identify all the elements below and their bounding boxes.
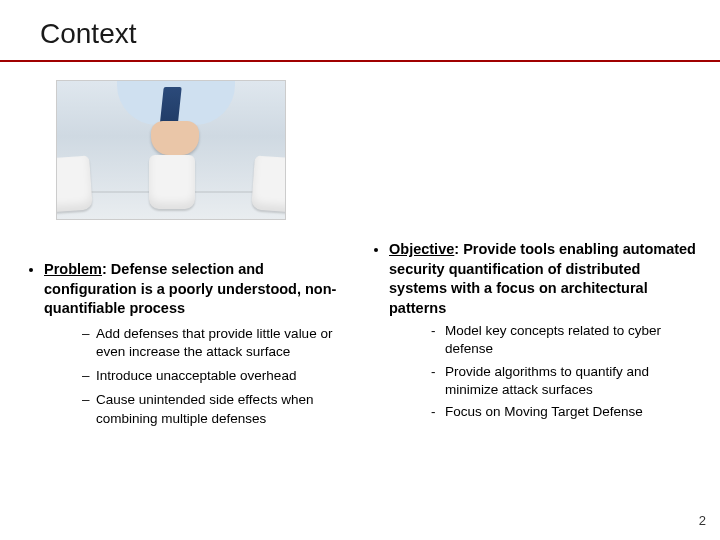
objective-label: Objective	[389, 241, 454, 257]
cup-left	[56, 155, 93, 212]
objective-sub-1: Model key concepts related to cyber defe…	[431, 322, 700, 358]
right-column: Objective: Provide tools enabling automa…	[369, 80, 700, 434]
problem-sub-3: Cause unintended side effects when combi…	[82, 391, 351, 427]
cup-center	[149, 155, 195, 209]
page-number: 2	[699, 513, 706, 528]
content-columns: Problem: Defense selection and configura…	[0, 80, 720, 434]
problem-item: Problem: Defense selection and configura…	[44, 260, 351, 428]
objective-list: Objective: Provide tools enabling automa…	[369, 240, 700, 421]
hand-shape	[151, 121, 199, 155]
objective-sub-2: Provide algorithms to quantify and minim…	[431, 363, 700, 399]
problem-label: Problem	[44, 261, 102, 277]
slide: Context Problem: Defense selection and c…	[0, 0, 720, 540]
problem-sub-2: Introduce unacceptable overhead	[82, 367, 351, 385]
problem-list: Problem: Defense selection and configura…	[20, 260, 351, 428]
cup-right	[251, 155, 286, 212]
title-area: Context	[0, 0, 720, 56]
left-column: Problem: Defense selection and configura…	[20, 80, 351, 434]
objective-item: Objective: Provide tools enabling automa…	[389, 240, 700, 421]
divider	[0, 60, 720, 62]
problem-sub-1: Add defenses that provide little value o…	[82, 325, 351, 361]
objective-sub-3: Focus on Moving Target Defense	[431, 403, 700, 421]
slide-title: Context	[40, 18, 720, 50]
shell-game-image	[56, 80, 286, 220]
problem-sublist: Add defenses that provide little value o…	[44, 325, 351, 428]
objective-sublist: Model key concepts related to cyber defe…	[389, 322, 700, 421]
